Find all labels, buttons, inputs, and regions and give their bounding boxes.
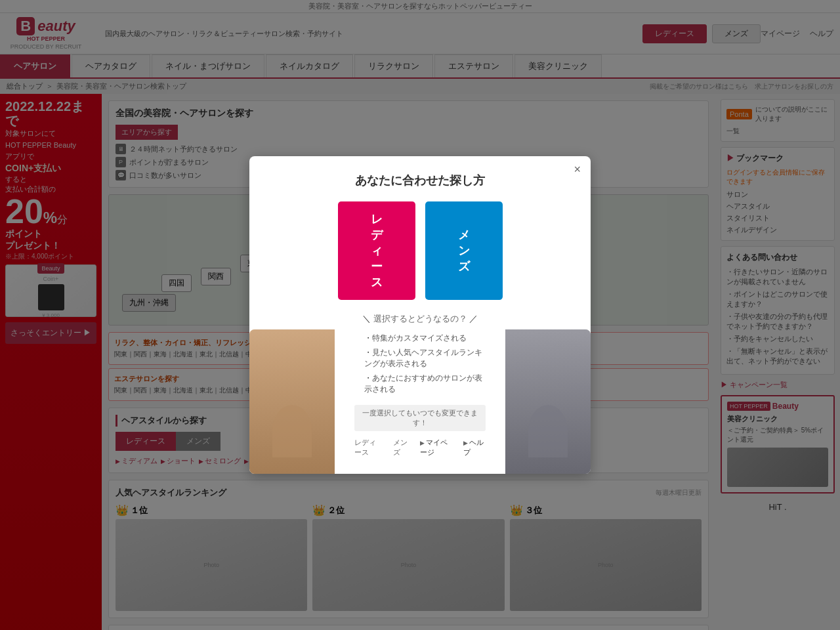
modal-sub-mens[interactable]: メンズ [393, 438, 410, 457]
modal-gender-buttons: レディース メンズ [354, 201, 486, 300]
modal-mens-button[interactable]: メンズ [425, 201, 503, 300]
modal-left-person-img [249, 329, 335, 474]
modal-content: × あなたに合わせた探し方 レディース メンズ 選択するとどうなるの？ 特集がカ… [354, 173, 486, 457]
modal-sub-help[interactable]: ヘルプ [463, 438, 486, 457]
modal-sub-buttons: レディース メンズ マイページ ヘルプ [354, 438, 486, 457]
modal-note: 一度選択してもいつでも変更できます！ [354, 405, 486, 431]
modal-overlay[interactable]: × あなたに合わせた探し方 レディース メンズ 選択するとどうなるの？ 特集がカ… [0, 0, 840, 630]
modal-benefits: 特集がカスタマイズされる 見たい人気ヘアスタイルランキングが表示される あなたに… [354, 333, 486, 395]
benefit-2: 見たい人気ヘアスタイルランキングが表示される [364, 347, 486, 369]
modal-subtitle-text: 選択するとどうなるの？ [373, 314, 467, 324]
modal-title: あなたに合わせた探し方 [354, 173, 486, 188]
modal-sub-ladies[interactable]: レディース [354, 438, 383, 457]
modal-subtitle: 選択するとどうなるの？ [354, 313, 486, 325]
benefit-3: あなたにおすすめのサロンが表示される [364, 373, 486, 395]
benefit-1: 特集がカスタマイズされる [364, 333, 486, 344]
modal-dialog: × あなたに合わせた探し方 レディース メンズ 選択するとどうなるの？ 特集がカ… [249, 156, 591, 474]
modal-ladies-button[interactable]: レディース [338, 201, 415, 300]
modal-close-button[interactable]: × [574, 163, 581, 177]
modal-sub-mypage[interactable]: マイページ [420, 438, 453, 457]
modal-right-person-img [505, 329, 591, 474]
